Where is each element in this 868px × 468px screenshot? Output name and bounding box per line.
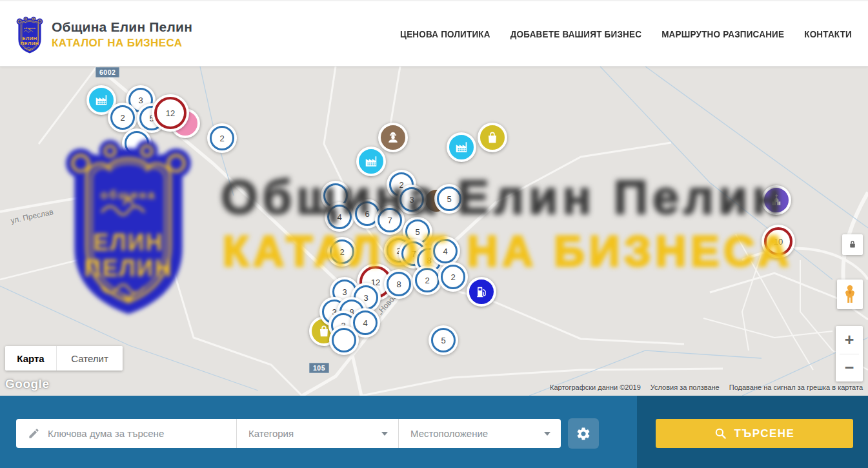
municipality-crest-logo[interactable]: община ЕЛИН ПЕЛИН xyxy=(14,16,45,55)
cluster-count: 5 xyxy=(441,336,445,345)
cluster-count: 2 xyxy=(425,276,429,285)
map-cluster[interactable]: 2 xyxy=(438,262,468,292)
cluster-count: 12 xyxy=(166,108,175,118)
map-cluster[interactable]: 10 xyxy=(762,225,795,258)
svg-text:ПЕЛИН: ПЕЛИН xyxy=(21,41,39,46)
map-cluster[interactable]: 2 xyxy=(327,237,357,267)
lock-icon xyxy=(847,239,858,250)
zoom-control: + − xyxy=(836,326,863,382)
cluster-count: 3 xyxy=(363,293,368,303)
zoom-out-button[interactable]: − xyxy=(836,354,863,382)
keyword-search-input[interactable] xyxy=(48,428,236,439)
page: община ЕЛИН ПЕЛИН Община Елин Пелин КАТА… xyxy=(0,0,868,468)
main-nav: ЦЕНОВА ПОЛИТИКА ДОБАВЕТЕ ВАШИЯТ БИЗНЕС М… xyxy=(400,1,852,68)
zoom-in-button[interactable]: + xyxy=(836,326,863,354)
google-logo[interactable]: Google xyxy=(5,377,49,391)
map-cluster[interactable]: 2 xyxy=(207,123,237,153)
search-fields-group: Категория Местоположение xyxy=(16,419,561,448)
site-subtitle: КАТАЛОГ НА БИЗНЕСА xyxy=(52,37,192,50)
map-pin-bag[interactable] xyxy=(478,123,507,161)
pegman-icon xyxy=(843,285,857,304)
map-pin-church[interactable] xyxy=(762,185,791,224)
cluster-count: 2 xyxy=(339,247,344,257)
map-cluster[interactable]: 7 xyxy=(375,205,405,235)
cluster-count: 3 xyxy=(138,96,143,105)
map-pin-factory[interactable] xyxy=(356,147,386,185)
site-title-block[interactable]: Община Елин Пелин КАТАЛОГ НА БИЗНЕСА xyxy=(52,19,192,50)
map-type-map-button[interactable]: Карта xyxy=(5,346,57,371)
street-view-pegman-button[interactable] xyxy=(837,280,863,309)
map-cluster[interactable]: 8 xyxy=(384,269,414,299)
cluster-ring xyxy=(332,328,356,352)
cluster-count: 7 xyxy=(387,216,392,225)
road-number-badge: 105 xyxy=(309,363,329,373)
map-cluster[interactable]: 3 xyxy=(397,185,427,214)
cluster-count: 3 xyxy=(409,195,414,205)
cluster-count: 10 xyxy=(774,237,783,247)
map-cluster[interactable] xyxy=(122,128,152,158)
cluster-count: 5 xyxy=(447,194,451,204)
svg-text:община: община xyxy=(24,27,35,30)
gear-icon xyxy=(576,426,591,442)
chevron-down-icon xyxy=(544,432,550,436)
cluster-count: 5 xyxy=(415,227,419,237)
map-cluster[interactable]: 5 xyxy=(434,184,464,214)
cluster-count: 8 xyxy=(427,256,431,265)
map-cluster[interactable]: 4 xyxy=(325,202,354,232)
fullscreen-lock-button[interactable] xyxy=(842,234,863,255)
road-number-badge: 6002 xyxy=(96,67,119,77)
map-type-control: Карта Сателит xyxy=(5,346,123,371)
map-pin-factory[interactable] xyxy=(447,132,476,171)
map-attribution: Картографски данни ©2019 Условия за полз… xyxy=(550,383,863,391)
pencil-icon xyxy=(28,427,40,440)
map-pin-fuel[interactable] xyxy=(467,277,496,316)
nav-item-bus-schedule[interactable]: МАРШРУТНО РАЗПИСАНИЕ xyxy=(661,29,784,39)
map-cluster[interactable]: 12 xyxy=(152,94,189,132)
location-select-value: Местоположение xyxy=(410,428,544,439)
cluster-ring xyxy=(125,131,149,156)
svg-text:ЕЛИН: ЕЛИН xyxy=(23,36,37,41)
nav-item-pricing[interactable]: ЦЕНОВА ПОЛИТИКА xyxy=(400,29,490,39)
attribution-report-link[interactable]: Подаване на сигнал за грешка в картата xyxy=(729,383,863,391)
header: община ЕЛИН ПЕЛИН Община Елин Пелин КАТА… xyxy=(0,0,868,66)
attribution-terms-link[interactable]: Условия за ползване xyxy=(651,383,720,391)
map-type-satellite-button[interactable]: Сателит xyxy=(57,346,123,371)
cluster-count: 6 xyxy=(365,209,369,219)
search-bar: Категория Местоположение ТЪРСЕНЕ xyxy=(0,396,868,468)
advanced-search-button[interactable] xyxy=(568,418,599,449)
cluster-count: 2 xyxy=(450,272,455,282)
map-cluster[interactable] xyxy=(329,325,359,355)
cluster-count: 2 xyxy=(120,113,125,123)
chevron-down-icon xyxy=(381,432,388,436)
cluster-count: 4 xyxy=(443,247,447,256)
map-cluster[interactable]: 2 xyxy=(108,103,137,132)
cluster-count: 4 xyxy=(337,212,341,222)
search-button-label: ТЪРСЕНЕ xyxy=(734,427,795,440)
cluster-count: 3 xyxy=(342,287,347,297)
category-select[interactable]: Категория xyxy=(236,419,398,448)
attribution-data: Картографски данни ©2019 xyxy=(550,383,641,391)
cluster-count: 2 xyxy=(219,134,224,143)
cluster-count: 4 xyxy=(363,318,367,328)
map-cluster[interactable]: 5 xyxy=(429,325,458,355)
site-title: Община Елин Пелин xyxy=(52,19,192,35)
cluster-count: 8 xyxy=(396,280,401,289)
category-select-value: Категория xyxy=(248,428,381,439)
map-cluster[interactable]: 2 xyxy=(412,265,442,295)
nav-item-add-business[interactable]: ДОБАВЕТЕ ВАШИЯТ БИЗНЕС xyxy=(510,29,641,39)
location-select[interactable]: Местоположение xyxy=(398,419,561,448)
search-submit-button[interactable]: ТЪРСЕНЕ xyxy=(656,419,853,448)
map-cluster[interactable]: 4 xyxy=(430,236,460,266)
nav-item-contacts[interactable]: КОНТАКТИ xyxy=(804,29,852,39)
google-map[interactable]: 3 2 5 12 2 2 3 5 4 xyxy=(0,66,868,396)
keyword-field-wrap xyxy=(16,419,236,448)
search-icon xyxy=(714,427,727,440)
